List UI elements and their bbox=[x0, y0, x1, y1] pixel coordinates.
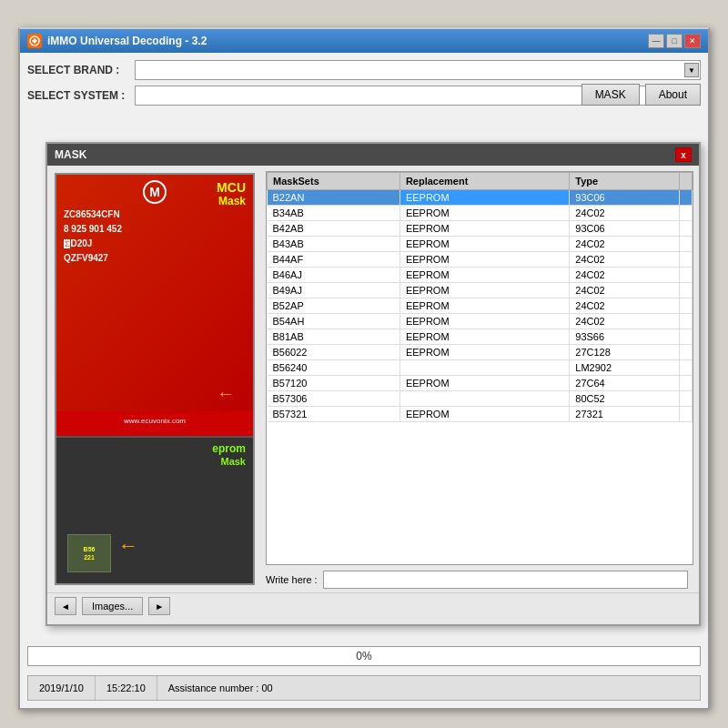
cell-replacement: EEPROM bbox=[399, 329, 569, 345]
window-title: iMMO Universal Decoding - 3.2 bbox=[47, 35, 207, 47]
cell-replacement: EEPROM bbox=[399, 237, 569, 252]
brand-select[interactable] bbox=[135, 60, 701, 80]
col-masksets: MaskSets bbox=[268, 173, 400, 190]
table-row[interactable]: B57120EEPROM27C64 bbox=[268, 376, 693, 391]
progress-bar: 0% bbox=[27, 646, 701, 666]
chip-line2: 8 925 901 452 bbox=[64, 222, 122, 237]
about-button[interactable]: About bbox=[645, 84, 701, 106]
cell-scroll-placeholder bbox=[680, 360, 693, 376]
cell-maskset: B57321 bbox=[268, 407, 400, 422]
cell-scroll-placeholder bbox=[680, 407, 693, 422]
table-row[interactable]: B34ABEEPROM24C02 bbox=[268, 206, 693, 221]
status-bar: 2019/1/10 15:22:10 Assistance number : 0… bbox=[27, 675, 701, 701]
mask-table-area: MaskSets Replacement Type B22ANEEPROM93C… bbox=[266, 166, 699, 592]
chip-line3: ΣΣD20JD20J bbox=[64, 237, 122, 251]
brand-row: SELECT BRAND : ▼ bbox=[27, 60, 701, 80]
mask-table: MaskSets Replacement Type B22ANEEPROM93C… bbox=[267, 172, 693, 422]
cell-maskset: B81AB bbox=[268, 329, 400, 345]
eprom-mask-label: Mask bbox=[220, 456, 246, 467]
chip-text: ZC86534CFN 8 925 901 452 ΣΣD20JD20J QZFV… bbox=[64, 207, 122, 266]
eprom-label: eprom bbox=[212, 442, 246, 455]
cell-type: 24C02 bbox=[570, 206, 680, 221]
table-row[interactable]: B81ABEEPROM93S66 bbox=[268, 329, 693, 345]
next-button[interactable]: ► bbox=[148, 597, 170, 615]
mask-button[interactable]: MASK bbox=[581, 84, 640, 106]
table-row[interactable]: B44AFEEPROM24C02 bbox=[268, 252, 693, 268]
motorola-logo: M bbox=[143, 180, 167, 204]
cell-replacement: EEPROM bbox=[399, 206, 569, 221]
eprom-chip-text: B56221 bbox=[84, 545, 96, 561]
cell-replacement bbox=[399, 391, 569, 407]
write-input[interactable] bbox=[323, 571, 688, 589]
cell-type: LM2902 bbox=[570, 360, 680, 376]
cell-scroll-placeholder bbox=[680, 298, 693, 314]
cell-replacement: EEPROM bbox=[399, 298, 569, 314]
progress-text: 0% bbox=[356, 650, 371, 662]
cell-scroll-placeholder bbox=[680, 391, 693, 407]
cell-maskset: B46AJ bbox=[268, 268, 400, 283]
nav-row: ◄ Images... ► bbox=[47, 592, 699, 619]
eprom-arrow: ← bbox=[118, 534, 138, 558]
cell-scroll-placeholder bbox=[680, 252, 693, 268]
col-replacement: Replacement bbox=[399, 173, 569, 190]
main-window: iMMO Universal Decoding - 3.2 — □ ✕ SELE… bbox=[18, 27, 710, 710]
website-text: www.ecuvonix.com bbox=[124, 417, 186, 425]
images-button[interactable]: Images... bbox=[82, 597, 143, 615]
table-body: B22ANEEPROM93C06B34ABEEPROM24C02B42ABEEP… bbox=[268, 190, 693, 422]
eprom-chip-visual: B56221 bbox=[67, 534, 111, 572]
cell-type: 24C02 bbox=[570, 268, 680, 283]
cell-scroll-placeholder bbox=[680, 283, 693, 298]
mask-dialog-body: M MCU Mask ZC86534CFN 8 925 901 452 bbox=[47, 166, 699, 592]
cell-type: 93S66 bbox=[570, 329, 680, 345]
app-icon bbox=[27, 34, 42, 48]
cell-replacement bbox=[399, 360, 569, 376]
cell-scroll-placeholder bbox=[680, 345, 693, 360]
prev-button[interactable]: ◄ bbox=[55, 597, 76, 615]
table-row[interactable]: B56022EEPROM27C128 bbox=[268, 345, 693, 360]
table-row[interactable]: B46AJEEPROM24C02 bbox=[268, 268, 693, 283]
cell-type: 24C02 bbox=[570, 283, 680, 298]
cell-type: 24C02 bbox=[570, 237, 680, 252]
cell-replacement: EEPROM bbox=[399, 314, 569, 329]
table-row[interactable]: B22ANEEPROM93C06 bbox=[268, 190, 693, 206]
cell-maskset: B56240 bbox=[268, 360, 400, 376]
status-time: 15:22:10 bbox=[96, 676, 157, 700]
table-header-row: MaskSets Replacement Type bbox=[268, 173, 693, 190]
cell-type: 24C02 bbox=[570, 314, 680, 329]
table-row[interactable]: B54AHEEPROM24C02 bbox=[268, 314, 693, 329]
mask-dialog: MASK x M bbox=[46, 142, 701, 626]
cell-scroll-placeholder bbox=[680, 206, 693, 221]
cell-scroll-placeholder bbox=[680, 376, 693, 391]
cell-type: 93C06 bbox=[570, 221, 680, 237]
chip-image: M MCU Mask ZC86534CFN 8 925 901 452 bbox=[55, 173, 255, 585]
table-row[interactable]: B49AJEEPROM24C02 bbox=[268, 283, 693, 298]
cell-type: 27C64 bbox=[570, 376, 680, 391]
cell-scroll-placeholder bbox=[680, 221, 693, 237]
mcu-arrow: ← bbox=[217, 383, 235, 404]
cell-type: 93C06 bbox=[570, 190, 680, 206]
table-row[interactable]: B56240LM2902 bbox=[268, 360, 693, 376]
system-label: SELECT SYSTEM : bbox=[27, 89, 127, 102]
cell-scroll-placeholder bbox=[680, 268, 693, 283]
maximize-button[interactable]: □ bbox=[666, 34, 682, 48]
cell-replacement: EEPROM bbox=[399, 190, 569, 206]
mask-dialog-title: MASK bbox=[55, 148, 86, 161]
table-row[interactable]: B43ABEEPROM24C02 bbox=[268, 237, 693, 252]
mask-dialog-close[interactable]: x bbox=[675, 147, 692, 162]
cell-scroll-placeholder bbox=[680, 329, 693, 345]
mask-table-scroll[interactable]: MaskSets Replacement Type B22ANEEPROM93C… bbox=[266, 171, 693, 565]
table-row[interactable]: B57321EEPROM27321 bbox=[268, 407, 693, 422]
cell-type: 24C02 bbox=[570, 252, 680, 268]
table-row[interactable]: B52APEEPROM24C02 bbox=[268, 298, 693, 314]
cell-maskset: B22AN bbox=[268, 190, 400, 206]
website-section: www.ecuvonix.com bbox=[56, 411, 253, 428]
table-row[interactable]: B42ABEEPROM93C06 bbox=[268, 221, 693, 237]
cell-replacement: EEPROM bbox=[399, 407, 569, 422]
cell-maskset: B57306 bbox=[268, 391, 400, 407]
cell-maskset: B56022 bbox=[268, 345, 400, 360]
table-row[interactable]: B5730680C52 bbox=[268, 391, 693, 407]
close-button[interactable]: ✕ bbox=[684, 34, 701, 48]
minimize-button[interactable]: — bbox=[648, 34, 664, 48]
window-controls: — □ ✕ bbox=[648, 34, 701, 48]
eprom-section: eprom Mask B56221 ← bbox=[56, 436, 253, 583]
